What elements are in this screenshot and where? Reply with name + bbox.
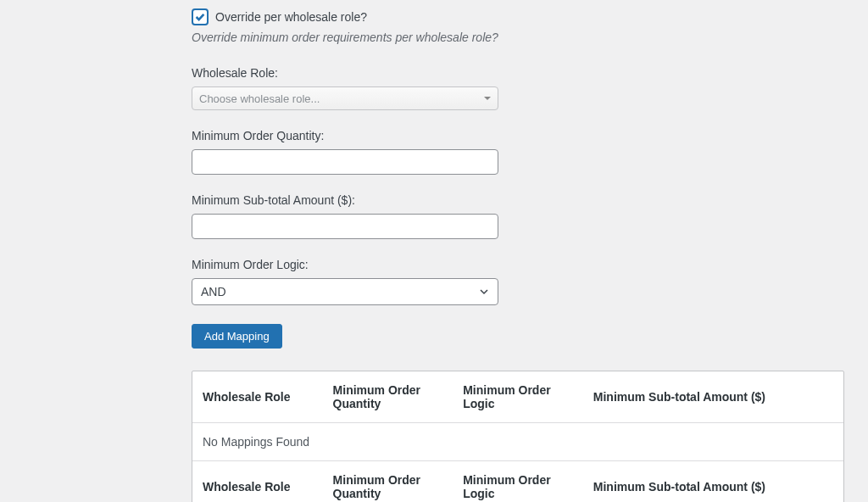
check-icon xyxy=(194,11,206,23)
th-role: Wholesale Role xyxy=(192,371,323,423)
tf-logic: Minimum Order Logic xyxy=(453,461,583,503)
chevron-down-icon xyxy=(484,97,491,100)
tf-qty: Minimum Order Quantity xyxy=(323,461,453,503)
min-logic-select[interactable]: AND xyxy=(192,278,498,305)
tf-role: Wholesale Role xyxy=(192,461,323,503)
min-qty-label: Minimum Order Quantity: xyxy=(192,129,853,142)
mappings-table-wrap: Wholesale Role Minimum Order Quantity Mi… xyxy=(192,371,844,502)
override-checkbox-label: Override per wholesale role? xyxy=(215,10,367,24)
add-mapping-button[interactable]: Add Mapping xyxy=(192,324,282,349)
table-row: No Mappings Found xyxy=(192,423,843,461)
wholesale-role-label: Wholesale Role: xyxy=(192,66,853,80)
min-logic-label: Minimum Order Logic: xyxy=(192,258,853,271)
wholesale-role-select[interactable]: Choose wholesale role... xyxy=(192,86,498,110)
wholesale-role-placeholder: Choose wholesale role... xyxy=(199,92,320,105)
min-qty-input[interactable] xyxy=(192,149,498,175)
min-subtotal-label: Minimum Sub-total Amount ($): xyxy=(192,193,853,207)
th-amount: Minimum Sub-total Amount ($) xyxy=(583,371,843,423)
th-logic: Minimum Order Logic xyxy=(453,371,583,423)
empty-state: No Mappings Found xyxy=(192,423,843,461)
th-qty: Minimum Order Quantity xyxy=(323,371,453,423)
tf-amount: Minimum Sub-total Amount ($) xyxy=(583,461,843,503)
override-help-text: Override minimum order requirements per … xyxy=(192,31,853,44)
override-checkbox[interactable] xyxy=(192,8,209,25)
min-subtotal-input[interactable] xyxy=(192,214,498,239)
mappings-table: Wholesale Role Minimum Order Quantity Mi… xyxy=(192,371,843,502)
